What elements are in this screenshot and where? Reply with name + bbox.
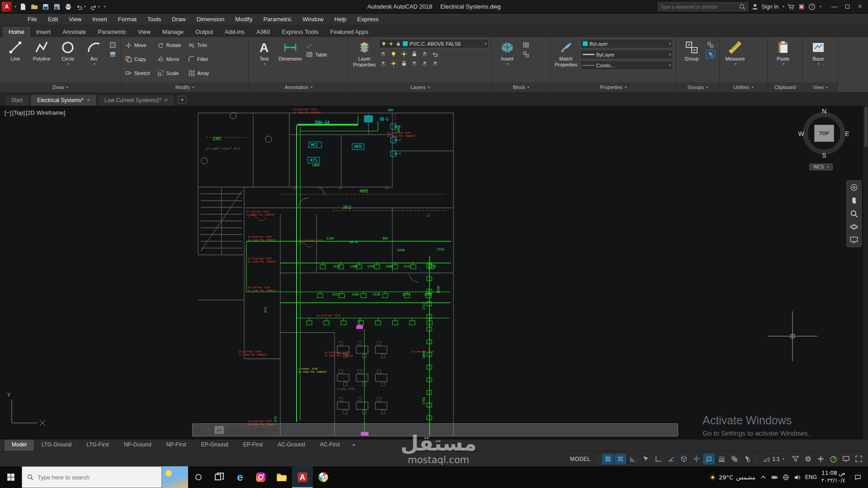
status-toggle-button[interactable]: [640, 454, 651, 465]
layer-vpfreeze-button[interactable]: [389, 59, 398, 67]
file-tab[interactable]: Start ×: [5, 94, 29, 106]
annotation-tool-button[interactable]: Dimension ▾: [278, 39, 303, 67]
insert-block-button[interactable]: Insert ▾: [495, 39, 520, 67]
ribbon-tab[interactable]: Output: [189, 27, 219, 37]
model-space-button[interactable]: MODEL: [566, 454, 595, 465]
taskbar-search[interactable]: [22, 466, 162, 488]
menu-item[interactable]: Draw: [167, 14, 190, 24]
tray-weather[interactable]: 29°C مشمس: [709, 474, 755, 481]
layer-isolate-button[interactable]: [389, 50, 398, 58]
layer-merge-button[interactable]: [410, 59, 419, 67]
qat-button[interactable]: ▾: [75, 2, 87, 11]
app-menu-chevron-icon[interactable]: ▾: [14, 5, 16, 9]
taskbar-app[interactable]: [313, 466, 334, 488]
ribbon-tab[interactable]: Manage: [156, 27, 189, 37]
modify-tool-button[interactable]: Trim: [187, 39, 210, 52]
pan-icon[interactable]: [849, 196, 859, 205]
clock[interactable]: 11:08 ص ٢٠٢٢/١٠/٤: [821, 470, 845, 484]
qat-button[interactable]: ▾: [18, 2, 28, 11]
action-center-button[interactable]: [850, 474, 865, 481]
new-tab-button[interactable]: +: [178, 96, 186, 104]
layout-tab[interactable]: LTG-First: [79, 440, 117, 451]
exchange-apps-icon[interactable]: [798, 3, 805, 10]
command-history-chevron-icon[interactable]: ▾: [673, 427, 675, 432]
zoom-icon[interactable]: [849, 209, 859, 218]
layout-tab[interactable]: Model: [5, 440, 34, 451]
wcs-selector[interactable]: WCS▾: [809, 164, 833, 170]
restore-button[interactable]: [841, 2, 854, 12]
layout-tab[interactable]: LTG-Ground: [34, 440, 79, 451]
layout-tab[interactable]: EP-Ground: [194, 440, 236, 451]
view-cube[interactable]: N E S W TOP: [799, 108, 849, 158]
taskbar-app[interactable]: e: [230, 466, 250, 488]
annotation-scale-button[interactable]: 1:1▾: [760, 454, 788, 464]
start-button[interactable]: [0, 466, 22, 488]
modify-tool-button[interactable]: Scale: [156, 66, 182, 80]
status-toggle-button[interactable]: [716, 454, 727, 465]
hatch-button[interactable]: [108, 41, 117, 49]
menu-item[interactable]: Window: [297, 14, 328, 24]
keyword-search-input[interactable]: [660, 4, 739, 9]
command-customize-icon[interactable]: [205, 427, 212, 433]
panel-label-block[interactable]: Block▾: [492, 82, 550, 92]
ribbon-tab[interactable]: Annotate: [57, 27, 92, 37]
status-toggle-button[interactable]: [652, 454, 664, 465]
boundary-button[interactable]: [108, 50, 117, 58]
command-close-icon[interactable]: ×: [195, 427, 203, 434]
vertical-scrollbar[interactable]: [863, 106, 868, 439]
measure-button[interactable]: Measure ▾: [722, 39, 748, 67]
status-toggle-button[interactable]: [678, 454, 689, 465]
layer-unlock-button[interactable]: [400, 59, 408, 67]
lineweight-dropdown[interactable]: ByLayer ▾: [580, 50, 673, 59]
network-icon[interactable]: [783, 474, 789, 481]
menu-item[interactable]: Parametric: [258, 14, 297, 24]
language-indicator[interactable]: ENG: [805, 474, 817, 480]
file-tab[interactable]: Low Current Systems2* ×: [98, 94, 175, 106]
layer-prev-button[interactable]: [431, 50, 439, 58]
modify-tool-button[interactable]: Fillet: [187, 53, 210, 66]
menu-item[interactable]: Edit: [43, 14, 63, 24]
ribbon-tab[interactable]: Add-ins: [219, 27, 250, 37]
layout-tab[interactable]: AC-Ground: [270, 440, 313, 451]
base-view-button[interactable]: Base ▾: [806, 39, 831, 67]
layout-tab[interactable]: EP-First: [236, 440, 270, 451]
paste-button[interactable]: Paste ▾: [770, 39, 796, 67]
qat-button[interactable]: ▾: [29, 2, 39, 11]
annotation-small-tool[interactable]: Table: [305, 51, 328, 58]
layer-match-button[interactable]: [420, 50, 429, 58]
edit-attributes-button[interactable]: [522, 41, 530, 49]
status-toggle-button[interactable]: [690, 454, 702, 465]
status-toggle-button[interactable]: [665, 454, 677, 465]
modify-tool-button[interactable]: Rotate: [156, 39, 182, 52]
menu-item[interactable]: Tools: [142, 14, 166, 24]
panel-label-clipboard[interactable]: Clipboard: [768, 82, 802, 92]
compass-south[interactable]: S: [821, 152, 828, 159]
ribbon-tab[interactable]: Insert: [30, 27, 57, 37]
search-icon[interactable]: [739, 3, 746, 10]
close-tab-icon[interactable]: ×: [87, 97, 90, 103]
layout-tab[interactable]: NP-Ground: [117, 440, 159, 451]
file-tab[interactable]: Electrical Systems* ×: [30, 94, 97, 106]
modify-tool-button[interactable]: Mirror: [156, 53, 182, 66]
modify-tool-button[interactable]: Copy: [124, 53, 151, 66]
menu-item[interactable]: Dimension: [192, 14, 229, 24]
layer-delete-button[interactable]: [420, 59, 429, 67]
status-toggle-button[interactable]: [703, 454, 715, 465]
command-input[interactable]: [227, 427, 670, 433]
autocad-logo[interactable]: A: [2, 2, 12, 12]
status-tool-button[interactable]: [827, 454, 839, 465]
layer-lock-button[interactable]: [410, 50, 419, 58]
menu-item[interactable]: Modify: [230, 14, 257, 24]
menu-item[interactable]: View: [64, 14, 86, 24]
ungroup-button[interactable]: [706, 41, 715, 49]
minimize-button[interactable]: —: [828, 2, 841, 12]
close-tab-icon[interactable]: ×: [165, 97, 168, 103]
layer-state-button[interactable]: [431, 59, 439, 67]
close-button[interactable]: ×: [854, 2, 866, 12]
qat-button[interactable]: ▾: [52, 2, 62, 11]
tray-overflow-icon[interactable]: [760, 474, 767, 481]
ribbon-tab[interactable]: Featured Apps: [324, 27, 374, 37]
menu-item[interactable]: File: [23, 14, 42, 24]
status-tool-button[interactable]: [789, 454, 801, 465]
view-cube-top-face[interactable]: TOP: [814, 125, 834, 142]
